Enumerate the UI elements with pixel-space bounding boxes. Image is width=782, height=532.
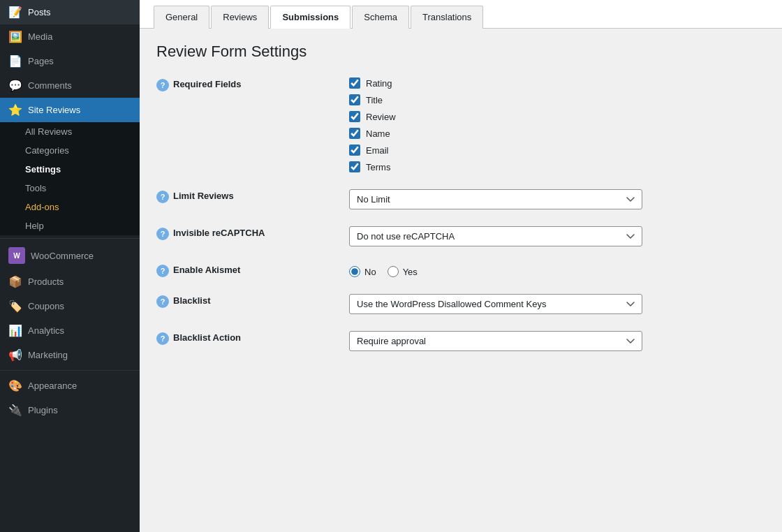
categories-label: Categories bbox=[25, 145, 69, 156]
required-fields-help-icon[interactable]: ? bbox=[156, 79, 169, 91]
checkbox-review-label: Review bbox=[366, 112, 396, 122]
marketing-icon: 📢 bbox=[8, 348, 22, 362]
recaptcha-help-icon[interactable]: ? bbox=[156, 228, 169, 240]
checkbox-review[interactable]: Review bbox=[349, 111, 765, 122]
limit-reviews-control: No Limit 1 per day 1 per week bbox=[349, 189, 765, 209]
woo-logo-icon: W bbox=[8, 247, 25, 264]
sidebar-item-help[interactable]: Help bbox=[0, 216, 140, 235]
blacklist-action-help-icon[interactable]: ? bbox=[156, 332, 169, 345]
addons-label: Add-ons bbox=[25, 202, 59, 212]
checkbox-email-input[interactable] bbox=[349, 145, 360, 156]
required-fields-checkboxes: Rating Title Review Name bbox=[349, 77, 765, 172]
recaptcha-select[interactable]: Do not use reCAPTCHA Use reCAPTCHA v2 Us… bbox=[349, 226, 642, 246]
sidebar-item-posts[interactable]: 📝 Posts bbox=[0, 0, 140, 24]
tab-general[interactable]: General bbox=[154, 6, 209, 29]
checkbox-name-input[interactable] bbox=[349, 128, 360, 139]
site-reviews-submenu: All Reviews Categories Settings Tools Ad… bbox=[0, 122, 140, 235]
checkbox-rating[interactable]: Rating bbox=[349, 77, 765, 89]
blacklist-action-select[interactable]: Require approval Reject submission Silen… bbox=[349, 331, 642, 351]
tab-translations[interactable]: Translations bbox=[411, 6, 483, 29]
checkbox-name[interactable]: Name bbox=[349, 128, 765, 139]
sidebar-divider-2 bbox=[0, 370, 140, 371]
limit-reviews-select[interactable]: No Limit 1 per day 1 per week bbox=[349, 189, 642, 209]
products-label: Products bbox=[28, 276, 64, 287]
sidebar-item-comments[interactable]: 💬 Comments bbox=[0, 73, 140, 98]
products-icon: 📦 bbox=[8, 275, 22, 288]
limit-reviews-label-group: ? Limit Reviews bbox=[156, 189, 338, 203]
tab-reviews[interactable]: Reviews bbox=[211, 6, 269, 29]
blacklist-select[interactable]: Use the WordPress Disallowed Comment Key… bbox=[349, 294, 642, 314]
required-fields-row: ? Required Fields Rating Title Review bbox=[156, 77, 765, 172]
blacklist-label: Blacklist bbox=[173, 295, 210, 306]
akismet-radio-yes[interactable]: Yes bbox=[388, 266, 418, 277]
checkbox-title[interactable]: Title bbox=[349, 94, 765, 105]
akismet-yes-label: Yes bbox=[403, 267, 418, 277]
akismet-radio-no-input[interactable] bbox=[349, 266, 360, 277]
settings-label: Settings bbox=[25, 164, 61, 175]
recaptcha-label: Invisible reCAPTCHA bbox=[173, 228, 265, 238]
akismet-label-group: ? Enable Akismet bbox=[156, 263, 338, 277]
checkbox-email[interactable]: Email bbox=[349, 145, 765, 156]
checkbox-name-label: Name bbox=[366, 128, 390, 139]
tab-submissions[interactable]: Submissions bbox=[270, 6, 351, 29]
akismet-help-icon[interactable]: ? bbox=[156, 265, 169, 277]
recaptcha-label-group: ? Invisible reCAPTCHA bbox=[156, 226, 338, 240]
sidebar-item-pages-label: Pages bbox=[28, 56, 54, 66]
sidebar-item-settings[interactable]: Settings bbox=[0, 160, 140, 179]
coupons-icon: 🏷️ bbox=[8, 300, 22, 313]
blacklist-row: ? Blacklist Use the WordPress Disallowed… bbox=[156, 294, 765, 314]
checkbox-rating-input[interactable] bbox=[349, 77, 360, 89]
coupons-label: Coupons bbox=[28, 301, 64, 311]
sidebar-item-plugins[interactable]: 🔌 Plugins bbox=[0, 398, 140, 422]
page-title: Review Form Settings bbox=[156, 43, 765, 61]
akismet-radio-group: No Yes bbox=[349, 263, 765, 277]
blacklist-help-icon[interactable]: ? bbox=[156, 295, 169, 308]
akismet-control: No Yes bbox=[349, 263, 765, 277]
checkbox-terms-input[interactable] bbox=[349, 161, 360, 172]
comments-icon: 💬 bbox=[8, 79, 22, 92]
sidebar-item-pages[interactable]: 📄 Pages bbox=[0, 49, 140, 73]
analytics-icon: 📊 bbox=[8, 324, 22, 337]
sidebar-item-coupons[interactable]: 🏷️ Coupons bbox=[0, 294, 140, 318]
recaptcha-row: ? Invisible reCAPTCHA Do not use reCAPTC… bbox=[156, 226, 765, 246]
tab-schema[interactable]: Schema bbox=[352, 6, 409, 29]
limit-reviews-help-icon[interactable]: ? bbox=[156, 191, 169, 203]
appearance-label: Appearance bbox=[28, 380, 77, 391]
analytics-label: Analytics bbox=[28, 325, 64, 336]
blacklist-action-row: ? Blacklist Action Require approval Reje… bbox=[156, 331, 765, 351]
sidebar-item-site-reviews[interactable]: ⭐ Site Reviews bbox=[0, 98, 140, 122]
akismet-no-label: No bbox=[364, 267, 376, 277]
media-icon: 🖼️ bbox=[8, 30, 22, 43]
pages-icon: 📄 bbox=[8, 54, 22, 68]
checkbox-title-input[interactable] bbox=[349, 94, 360, 105]
plugins-icon: 🔌 bbox=[8, 404, 22, 417]
sidebar-item-appearance[interactable]: 🎨 Appearance bbox=[0, 374, 140, 398]
akismet-radio-no[interactable]: No bbox=[349, 266, 376, 277]
blacklist-action-label: Blacklist Action bbox=[173, 332, 241, 343]
sidebar-item-categories[interactable]: Categories bbox=[0, 141, 140, 160]
sidebar-item-all-reviews[interactable]: All Reviews bbox=[0, 122, 140, 141]
akismet-row: ? Enable Akismet No Yes bbox=[156, 263, 765, 277]
sidebar-item-analytics[interactable]: 📊 Analytics bbox=[0, 318, 140, 343]
sidebar-item-media[interactable]: 🖼️ Media bbox=[0, 24, 140, 49]
checkbox-review-input[interactable] bbox=[349, 111, 360, 122]
all-reviews-label: All Reviews bbox=[25, 126, 72, 137]
blacklist-label-group: ? Blacklist bbox=[156, 294, 338, 308]
sidebar-item-addons[interactable]: Add-ons bbox=[0, 198, 140, 216]
sidebar-item-site-reviews-label: Site Reviews bbox=[28, 105, 80, 115]
limit-reviews-label: Limit Reviews bbox=[173, 191, 234, 201]
main-content: General Reviews Submissions Schema Trans… bbox=[140, 0, 782, 532]
site-reviews-icon: ⭐ bbox=[8, 103, 22, 117]
woocommerce-header[interactable]: W WooCommerce bbox=[0, 242, 140, 269]
sidebar-item-tools[interactable]: Tools bbox=[0, 179, 140, 198]
tools-label: Tools bbox=[25, 183, 46, 193]
checkbox-title-label: Title bbox=[366, 95, 383, 105]
tabs-bar: General Reviews Submissions Schema Trans… bbox=[140, 0, 782, 29]
sidebar: 📝 Posts 🖼️ Media 📄 Pages 💬 Comments ⭐ Si… bbox=[0, 0, 140, 532]
akismet-radio-yes-input[interactable] bbox=[388, 266, 399, 277]
recaptcha-control: Do not use reCAPTCHA Use reCAPTCHA v2 Us… bbox=[349, 226, 765, 246]
marketing-label: Marketing bbox=[28, 350, 68, 360]
checkbox-terms[interactable]: Terms bbox=[349, 161, 765, 172]
sidebar-item-products[interactable]: 📦 Products bbox=[0, 269, 140, 294]
sidebar-item-marketing[interactable]: 📢 Marketing bbox=[0, 343, 140, 367]
